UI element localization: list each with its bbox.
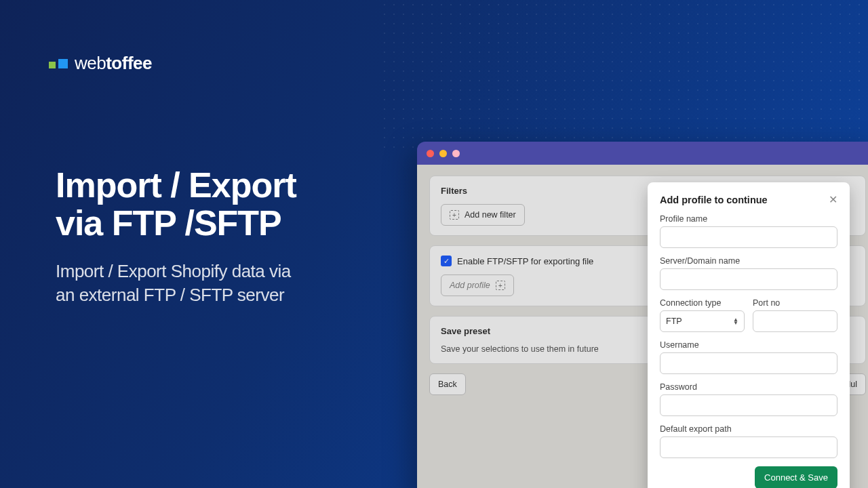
window-close-icon[interactable]	[427, 150, 434, 157]
export-path-input[interactable]	[660, 436, 837, 458]
brand-logo: webtoffee	[49, 53, 152, 74]
password-field: Password	[660, 382, 837, 416]
hero-subtitle: Import / Export Shopify data via an exte…	[56, 260, 296, 307]
server-name-input[interactable]	[660, 268, 837, 290]
app-body: Filters + Add new filter ✓ Enable FTP/SF…	[417, 165, 868, 488]
password-label: Password	[660, 382, 837, 392]
hero-title: Import / Export via FTP /SFTP	[56, 166, 296, 242]
username-field: Username	[660, 340, 837, 374]
export-path-field: Default export path	[660, 424, 837, 458]
password-input[interactable]	[660, 394, 837, 416]
server-name-label: Server/Domain name	[660, 256, 837, 266]
port-field: Port no	[753, 298, 837, 332]
connection-type-field: Connection type FTP ▲▼	[660, 298, 745, 332]
port-label: Port no	[753, 298, 837, 308]
app-window: Filters + Add new filter ✓ Enable FTP/SF…	[417, 142, 868, 488]
window-minimize-icon[interactable]	[439, 150, 447, 157]
server-name-field: Server/Domain name	[660, 256, 837, 290]
window-titlebar	[417, 142, 868, 165]
brand-name: webtoffee	[75, 53, 152, 74]
export-path-label: Default export path	[660, 424, 837, 434]
connection-type-select[interactable]: FTP ▲▼	[660, 310, 745, 332]
username-input[interactable]	[660, 352, 837, 374]
add-profile-modal: Add profile to continue ✕ Profile name S…	[648, 182, 850, 488]
modal-title: Add profile to continue	[660, 195, 768, 205]
window-zoom-icon[interactable]	[452, 150, 460, 157]
profile-name-input[interactable]	[660, 226, 837, 248]
profile-name-field: Profile name	[660, 214, 837, 248]
logo-mark-icon	[49, 59, 68, 68]
close-icon[interactable]: ✕	[829, 193, 837, 206]
profile-name-label: Profile name	[660, 214, 837, 224]
decorative-dots	[380, 0, 868, 156]
connect-save-button[interactable]: Connect & Save	[755, 466, 837, 488]
hero-section: Import / Export via FTP /SFTP Import / E…	[56, 166, 296, 308]
username-label: Username	[660, 340, 837, 350]
port-input[interactable]	[753, 310, 837, 332]
connection-type-label: Connection type	[660, 298, 745, 308]
select-caret-icon: ▲▼	[733, 318, 738, 325]
